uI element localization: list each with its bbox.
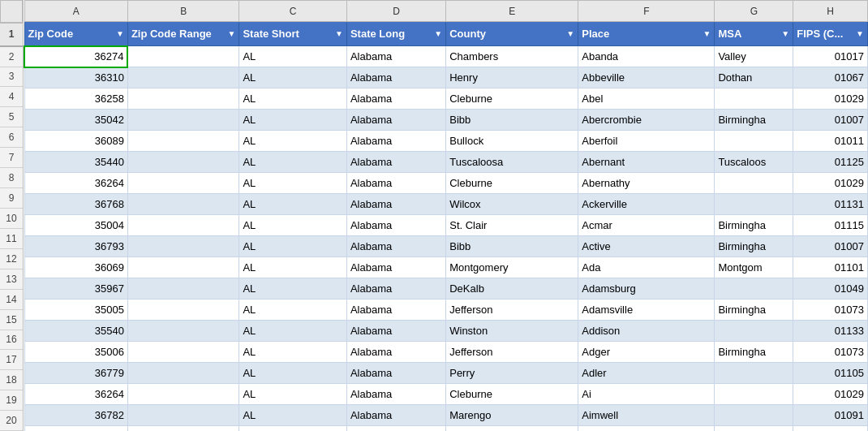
table-cell[interactable]: Alabama <box>346 236 445 257</box>
table-cell[interactable]: AL <box>239 342 346 363</box>
table-cell[interactable]: 01131 <box>793 194 868 215</box>
table-cell[interactable]: 01115 <box>793 215 868 236</box>
table-cell[interactable]: AL <box>239 88 346 110</box>
table-cell[interactable] <box>127 300 239 321</box>
table-cell[interactable]: Jefferson <box>446 426 578 432</box>
col-letter-A[interactable]: A <box>24 1 127 22</box>
col-letter-G[interactable]: G <box>715 1 793 22</box>
table-cell[interactable]: 36310 <box>24 67 127 88</box>
table-cell[interactable]: Ackerville <box>578 194 715 215</box>
table-cell[interactable]: Birmingha <box>715 110 793 131</box>
dropdown-arrow-icon[interactable]: ▼ <box>703 29 711 38</box>
table-cell[interactable] <box>127 363 239 384</box>
table-cell[interactable]: Tuscaloosa <box>446 152 578 173</box>
table-cell[interactable] <box>127 278 239 300</box>
table-cell[interactable]: AL <box>239 67 346 88</box>
table-cell[interactable]: Alabama <box>346 88 445 110</box>
table-cell[interactable]: Perry <box>446 363 578 384</box>
table-cell[interactable] <box>715 321 793 342</box>
table-cell[interactable]: AL <box>239 131 346 152</box>
table-cell[interactable]: 01101 <box>793 257 868 278</box>
table-cell[interactable]: Alabama <box>346 67 445 88</box>
table-cell[interactable]: 36264 <box>24 384 127 405</box>
table-cell[interactable]: Jefferson <box>446 300 578 321</box>
table-cell[interactable]: AL <box>239 257 346 278</box>
table-cell[interactable]: Alabama <box>346 342 445 363</box>
table-cell[interactable]: Abel <box>578 88 715 110</box>
table-cell[interactable] <box>715 173 793 194</box>
table-cell[interactable]: 01105 <box>793 363 868 384</box>
table-cell[interactable]: 01007 <box>793 236 868 257</box>
header-place[interactable]: Place ▼ <box>578 22 715 46</box>
table-cell[interactable]: 35005 <box>24 300 127 321</box>
table-cell[interactable]: Ada <box>578 257 715 278</box>
table-cell[interactable]: Airport Highlands <box>578 426 715 432</box>
table-cell[interactable]: 01049 <box>793 278 868 300</box>
table-cell[interactable]: 35440 <box>24 152 127 173</box>
table-cell[interactable]: Montgom <box>715 257 793 278</box>
table-cell[interactable] <box>715 131 793 152</box>
table-cell[interactable] <box>127 67 239 88</box>
table-cell[interactable]: Birmingha <box>715 342 793 363</box>
table-cell[interactable]: 01029 <box>793 384 868 405</box>
table-cell[interactable] <box>127 110 239 131</box>
table-cell[interactable]: AL <box>239 405 346 426</box>
dropdown-arrow-icon[interactable]: ▼ <box>566 29 574 38</box>
table-cell[interactable] <box>127 173 239 194</box>
table-cell[interactable]: Birmingha <box>715 236 793 257</box>
table-cell[interactable]: 36274 <box>24 46 127 67</box>
table-cell[interactable]: Alabama <box>346 131 445 152</box>
table-cell[interactable]: Adamsville <box>578 300 715 321</box>
table-cell[interactable]: 36264 <box>24 173 127 194</box>
dropdown-arrow-icon[interactable]: ▼ <box>335 29 343 38</box>
table-cell[interactable] <box>127 194 239 215</box>
table-cell[interactable]: Adamsburg <box>578 278 715 300</box>
table-cell[interactable]: Bibb <box>446 236 578 257</box>
table-cell[interactable] <box>127 152 239 173</box>
table-cell[interactable]: Birmingha <box>715 426 793 432</box>
dropdown-arrow-icon[interactable]: ▼ <box>116 29 124 38</box>
table-cell[interactable]: 01133 <box>793 321 868 342</box>
col-letter-E[interactable]: E <box>446 1 578 22</box>
dropdown-arrow-icon[interactable]: ▼ <box>781 29 789 38</box>
table-cell[interactable]: Chambers <box>446 46 578 67</box>
table-cell[interactable] <box>715 278 793 300</box>
table-cell[interactable]: Acmar <box>578 215 715 236</box>
dropdown-arrow-icon[interactable]: ▼ <box>434 29 442 38</box>
header-state-long[interactable]: State Long ▼ <box>346 22 445 46</box>
table-cell[interactable]: AL <box>239 110 346 131</box>
table-cell[interactable]: Ai <box>578 384 715 405</box>
table-cell[interactable]: St. Clair <box>446 215 578 236</box>
table-cell[interactable]: 01029 <box>793 88 868 110</box>
table-cell[interactable]: 35042 <box>24 110 127 131</box>
table-cell[interactable]: Jefferson <box>446 342 578 363</box>
table-cell[interactable]: Abernant <box>578 152 715 173</box>
table-cell[interactable]: Alabama <box>346 194 445 215</box>
table-cell[interactable]: Alabama <box>346 215 445 236</box>
header-msa[interactable]: MSA ▼ <box>715 22 793 46</box>
table-cell[interactable]: 01007 <box>793 110 868 131</box>
col-letter-B[interactable]: B <box>127 1 239 22</box>
table-cell[interactable]: Alabama <box>346 257 445 278</box>
table-cell[interactable]: Marengo <box>446 405 578 426</box>
col-letter-D[interactable]: D <box>346 1 445 22</box>
header-state-short[interactable]: State Short ▼ <box>239 22 346 46</box>
table-cell[interactable] <box>127 257 239 278</box>
table-cell[interactable]: 35540 <box>24 321 127 342</box>
table-cell[interactable] <box>127 426 239 432</box>
table-cell[interactable]: Addison <box>578 321 715 342</box>
table-cell[interactable] <box>127 46 239 67</box>
col-letter-F[interactable]: F <box>578 1 715 22</box>
table-cell[interactable] <box>127 131 239 152</box>
table-cell[interactable]: 36782 <box>24 405 127 426</box>
table-cell[interactable]: Cleburne <box>446 384 578 405</box>
table-cell[interactable]: 36258 <box>24 88 127 110</box>
table-cell[interactable]: AL <box>239 236 346 257</box>
table-cell[interactable]: 01125 <box>793 152 868 173</box>
table-cell[interactable]: Abercrombie <box>578 110 715 131</box>
table-cell[interactable]: Abbeville <box>578 67 715 88</box>
table-cell[interactable]: Bullock <box>446 131 578 152</box>
header-zip-code-range[interactable]: Zip Code Range ▼ <box>127 22 239 46</box>
table-cell[interactable]: 35206 <box>24 426 127 432</box>
table-cell[interactable]: 36793 <box>24 236 127 257</box>
